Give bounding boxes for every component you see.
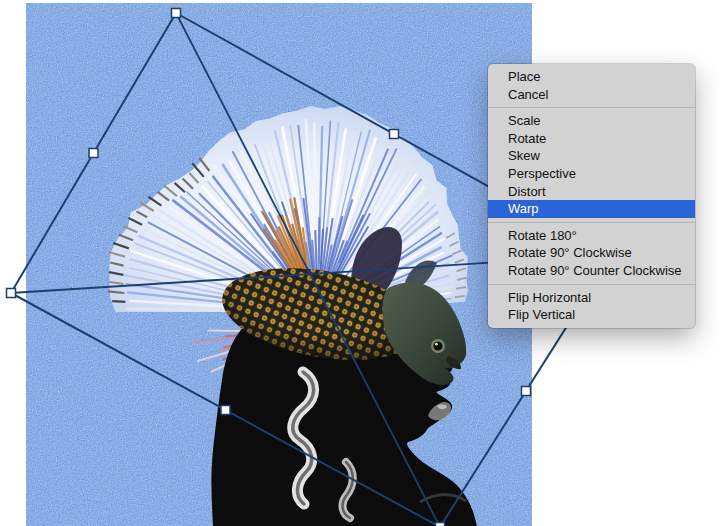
menu-item-rotate-90-cw[interactable]: Rotate 90° Clockwise (488, 244, 695, 262)
menu-item-cancel[interactable]: Cancel (488, 86, 695, 104)
menu-item-rotate-180[interactable]: Rotate 180° (488, 227, 695, 245)
menu-item-flip-horizontal[interactable]: Flip Horizontal (488, 289, 695, 307)
menu-item-distort[interactable]: Distort (488, 183, 695, 201)
transform-handle-top-right-mid[interactable] (390, 130, 399, 139)
transform-handle-bottom-right-mid[interactable] (522, 387, 531, 396)
menu-item-skew[interactable]: Skew (488, 147, 695, 165)
menu-item-rotate-90-ccw[interactable]: Rotate 90° Counter Clockwise (488, 262, 695, 280)
menu-item-scale[interactable]: Scale (488, 112, 695, 130)
transform-handle-top-corner[interactable] (172, 9, 181, 18)
menu-item-perspective[interactable]: Perspective (488, 165, 695, 183)
transform-handle-top-left-mid[interactable] (89, 149, 98, 158)
menu-separator (488, 222, 695, 223)
transform-handle-bottom-corner[interactable] (436, 523, 445, 526)
menu-item-warp[interactable]: Warp (488, 200, 695, 218)
fish-eye-glint (435, 343, 438, 346)
menu-item-place[interactable]: Place (488, 68, 695, 86)
menu-item-rotate[interactable]: Rotate (488, 130, 695, 148)
fish-eye (433, 341, 442, 350)
menu-separator (488, 107, 695, 108)
transform-handle-left-corner[interactable] (7, 289, 16, 298)
menu-item-flip-vertical[interactable]: Flip Vertical (488, 306, 695, 324)
transform-handle-bottom-left-mid[interactable] (221, 406, 230, 415)
transform-context-menu: Place Cancel Scale Rotate Skew Perspecti… (488, 64, 695, 328)
menu-separator (488, 284, 695, 285)
